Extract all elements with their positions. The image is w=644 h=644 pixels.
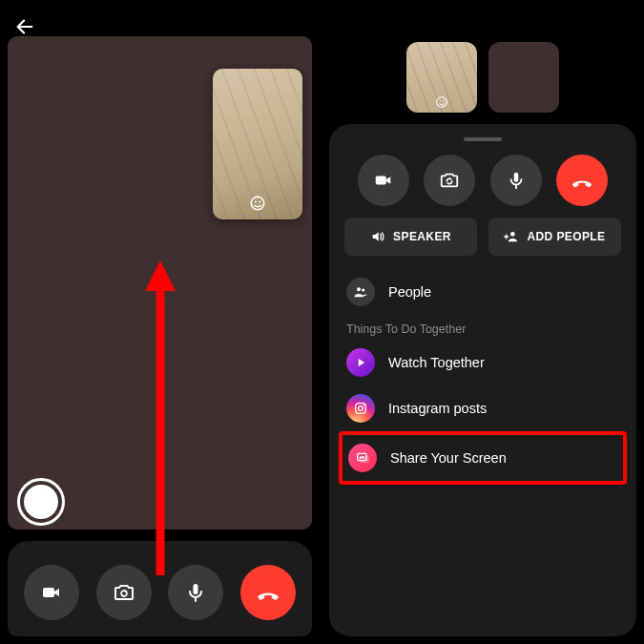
svg-point-10: [440, 100, 441, 101]
hangup-button[interactable]: [556, 155, 608, 206]
back-arrow-icon: [14, 16, 35, 37]
microphone-icon: [506, 170, 527, 191]
switch-camera-button[interactable]: [424, 155, 475, 206]
svg-point-26: [359, 457, 361, 459]
watch-together-label: Watch Together: [388, 355, 485, 370]
secondary-control-row: SPEAKER ADD PEOPLE: [341, 218, 625, 269]
add-person-icon: [504, 229, 519, 244]
share-screen-item[interactable]: Share Your Screen: [343, 435, 623, 481]
back-button[interactable]: [11, 13, 38, 40]
highlight-annotation: Share Your Screen: [339, 431, 627, 485]
hangup-icon: [571, 169, 593, 192]
watch-together-icon: [346, 348, 375, 377]
add-people-button[interactable]: ADD PEOPLE: [488, 218, 621, 256]
share-screen-icon: [348, 444, 377, 472]
svg-point-11: [443, 100, 444, 101]
video-toggle-button[interactable]: [24, 565, 79, 620]
people-label: People: [388, 284, 431, 300]
effects-icon[interactable]: [249, 195, 266, 212]
screenshot-right: SPEAKER ADD PEOPLE People Things To Do T…: [322, 0, 644, 644]
instagram-icon: [346, 394, 375, 423]
svg-point-18: [357, 287, 361, 291]
svg-marker-20: [359, 359, 364, 366]
call-options-sheet: SPEAKER ADD PEOPLE People Things To Do T…: [329, 124, 636, 636]
participant-thumb-self[interactable]: [406, 42, 477, 113]
participant-thumb-remote[interactable]: [488, 42, 559, 113]
mic-toggle-button[interactable]: [490, 155, 542, 206]
speaker-button[interactable]: SPEAKER: [344, 218, 477, 256]
svg-point-1: [251, 197, 264, 210]
svg-point-23: [364, 405, 364, 405]
instagram-posts-label: Instagram posts: [388, 401, 487, 416]
hangup-button[interactable]: [240, 565, 296, 620]
camera-switch-icon: [113, 581, 135, 604]
video-toggle-button[interactable]: [358, 155, 409, 206]
svg-point-22: [359, 406, 364, 411]
watch-together-item[interactable]: Watch Together: [341, 340, 625, 385]
hangup-icon: [256, 580, 280, 605]
svg-point-15: [510, 232, 515, 237]
share-screen-label: Share Your Screen: [390, 450, 507, 466]
call-control-bar: [8, 541, 312, 636]
video-icon: [373, 170, 394, 191]
people-icon: [346, 278, 375, 306]
svg-rect-5: [194, 584, 198, 594]
switch-camera-button[interactable]: [96, 565, 152, 620]
svg-point-2: [255, 201, 257, 203]
instagram-posts-item[interactable]: Instagram posts: [341, 385, 625, 431]
camera-switch-icon: [439, 170, 460, 191]
svg-rect-13: [513, 173, 518, 182]
svg-point-9: [437, 97, 447, 108]
svg-rect-4: [43, 588, 54, 597]
participant-thumbnails: [322, 42, 644, 113]
call-control-row: [341, 151, 625, 218]
video-icon: [40, 581, 63, 604]
svg-point-3: [259, 201, 260, 203]
svg-rect-12: [375, 176, 385, 184]
speaker-icon: [370, 229, 385, 244]
microphone-icon: [184, 581, 207, 604]
people-item[interactable]: People: [341, 269, 625, 315]
add-people-label: ADD PEOPLE: [527, 230, 605, 243]
capture-button[interactable]: [17, 478, 65, 526]
things-together-label: Things To Do Together: [341, 315, 625, 340]
self-video-thumb[interactable]: [213, 69, 302, 219]
screenshot-left: [0, 0, 322, 644]
effects-icon[interactable]: [435, 95, 448, 109]
mic-toggle-button[interactable]: [168, 565, 223, 620]
svg-point-19: [362, 288, 364, 291]
speaker-label: SPEAKER: [393, 230, 451, 243]
sheet-grabber[interactable]: [464, 137, 502, 141]
